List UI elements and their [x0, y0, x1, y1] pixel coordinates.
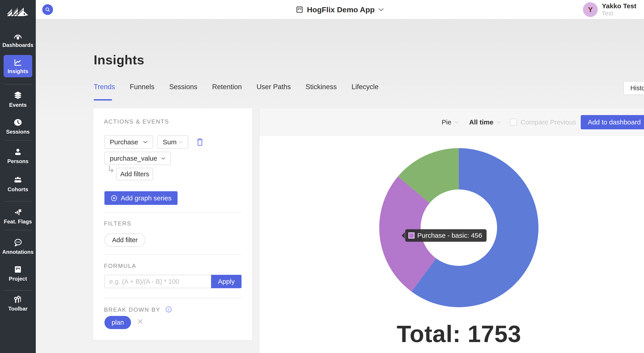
sidebar-divider — [4, 230, 32, 230]
sidebar-item-feature-flags[interactable]: Feat. Flags — [0, 208, 36, 225]
chevron-down-icon — [143, 141, 148, 143]
tab-retention[interactable]: Retention — [212, 83, 242, 91]
sidebar-item-cohorts[interactable]: Cohorts — [0, 176, 36, 193]
add-filter-button[interactable]: Add filter — [104, 234, 145, 247]
add-filters-button[interactable]: Add filters — [116, 168, 153, 180]
chart-header: Pie All time Compare Previous Add to das… — [260, 108, 644, 136]
active-tab-underline — [94, 99, 112, 100]
avatar: Y — [583, 2, 598, 17]
sidebar-item-annotations[interactable]: Annotations — [0, 238, 36, 255]
tab-sessions[interactable]: Sessions — [169, 83, 198, 91]
gauge-icon — [14, 31, 22, 40]
divider — [104, 298, 242, 298]
compare-previous-control: Compare Previous — [510, 118, 576, 126]
sidebar-item-insights[interactable]: Insights — [4, 55, 32, 77]
sidebar-item-toolbar[interactable]: Toolbar — [0, 295, 36, 312]
add-to-dashboard-button[interactable]: Add to dashboard — [581, 115, 644, 129]
chart-tooltip: Purchase - basic: 456 — [405, 229, 486, 242]
actions-events-heading: ACTIONS & EVENTS — [104, 118, 169, 125]
add-graph-series-button[interactable]: Add graph series — [104, 191, 178, 205]
chart-type-select[interactable]: Pie — [442, 118, 459, 126]
sidebar-item-label: Toolbar — [8, 306, 28, 312]
tab-stickiness[interactable]: Stickiness — [306, 83, 337, 91]
user-menu[interactable]: Y Yakko Test Test — [583, 0, 636, 19]
person-icon — [14, 147, 22, 156]
tab-funnels[interactable]: Funnels — [130, 83, 154, 91]
breakdown-heading-label: BREAK DOWN BY — [104, 306, 160, 313]
chevron-down-icon — [454, 121, 459, 124]
flag-icon — [14, 208, 22, 217]
top-bar: HogFlix Demo App Y Yakko Test Test — [36, 0, 644, 19]
user-names: Yakko Test Test — [602, 2, 636, 17]
line-chart-icon — [14, 58, 22, 67]
event-select[interactable]: Purchase — [104, 135, 153, 149]
compare-previous-checkbox[interactable] — [510, 119, 517, 126]
user-org: Test — [602, 10, 636, 17]
app-root: Dashboards Insights Events Sessions — [0, 0, 644, 353]
layers-icon — [14, 91, 22, 100]
formula-row: Apply — [104, 275, 242, 288]
history-button[interactable]: History — [623, 81, 644, 95]
formula-apply-button[interactable]: Apply — [211, 275, 242, 288]
sidebar-item-label: Events — [9, 102, 27, 108]
donut-chart-svg — [378, 147, 539, 308]
search-button[interactable] — [42, 4, 53, 15]
formula-heading: FORMULA — [104, 263, 136, 270]
event-select-value: Purchase — [110, 138, 138, 146]
nested-arrow-icon: ↳ — [107, 164, 115, 175]
circle-plus-icon — [110, 195, 118, 202]
kanban-icon — [296, 6, 304, 13]
sidebar-item-dashboards[interactable]: Dashboards — [0, 31, 36, 48]
property-select-value: purchase_value — [110, 155, 157, 162]
breakdown-remove-icon[interactable]: ✕ — [137, 317, 144, 327]
date-range-select[interactable]: All time — [469, 118, 501, 126]
page-title: Insights — [94, 52, 144, 67]
sidebar-item-label: Persons — [8, 158, 28, 164]
project-switcher[interactable]: HogFlix Demo App — [296, 0, 384, 19]
sidebar-item-project[interactable]: Project — [0, 265, 36, 282]
tab-user-paths[interactable]: User Paths — [256, 83, 291, 91]
kanban-icon — [14, 265, 22, 274]
compare-previous-label: Compare Previous — [520, 118, 576, 126]
breakdown-chip-plan[interactable]: plan — [104, 316, 131, 329]
tooltip-text: Purchase - basic: 456 — [417, 232, 482, 239]
sidebar-item-label: Dashboards — [2, 42, 34, 48]
sidebar: Dashboards Insights Events Sessions — [0, 0, 36, 353]
sidebar-item-label: Sessions — [6, 129, 30, 135]
tab-trends[interactable]: Trends — [94, 83, 115, 91]
app-title: HogFlix Demo App — [307, 5, 375, 14]
info-icon[interactable] — [165, 306, 172, 313]
breakdown-heading: BREAK DOWN BY — [104, 306, 172, 313]
sidebar-divider — [4, 140, 32, 141]
divider — [104, 212, 242, 212]
sidebar-item-label: Project — [9, 276, 27, 282]
group-icon — [14, 176, 22, 185]
user-name: Yakko Test — [602, 2, 636, 10]
insight-tabs: Trends Funnels Sessions Retention User P… — [94, 83, 378, 91]
math-select[interactable]: Sum — [158, 135, 188, 149]
tab-lifecycle[interactable]: Lifecycle — [352, 83, 378, 91]
chart-total-label: Total: 1753 — [260, 320, 644, 348]
sidebar-item-events[interactable]: Events — [0, 91, 36, 108]
chevron-down-icon — [161, 157, 166, 160]
tooltip-series-swatch — [408, 232, 414, 239]
tools-icon — [14, 295, 22, 304]
donut-chart[interactable] — [378, 147, 539, 308]
sidebar-divider — [4, 84, 32, 85]
formula-input[interactable] — [104, 275, 211, 288]
sidebar-item-sessions[interactable]: Sessions — [0, 118, 36, 135]
math-select-value: Sum — [163, 138, 177, 146]
sidebar-item-persons[interactable]: Persons — [0, 147, 36, 164]
property-select[interactable]: purchase_value — [104, 152, 171, 165]
chart-type-value: Pie — [442, 118, 451, 126]
chevron-down-icon — [178, 141, 183, 143]
posthog-logo[interactable] — [7, 3, 29, 18]
sidebar-item-label: Cohorts — [8, 186, 28, 193]
date-range-value: All time — [469, 118, 493, 126]
chevron-down-icon — [378, 8, 384, 11]
chart-panel: Pie All time Compare Previous Add to das… — [260, 108, 644, 353]
search-icon — [45, 7, 50, 12]
delete-series-icon[interactable] — [196, 137, 204, 147]
chevron-down-icon — [496, 121, 501, 124]
add-graph-series-label: Add graph series — [121, 194, 172, 202]
